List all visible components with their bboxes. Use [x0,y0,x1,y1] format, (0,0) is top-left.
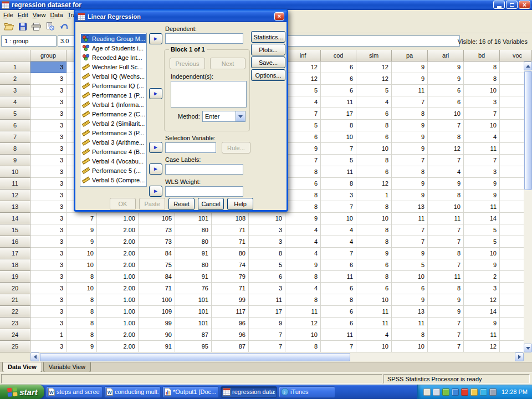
cell-sim[interactable]: 6 [356,108,392,120]
cell-voc[interactable] [500,318,524,329]
cell-bd[interactable]: 12 [464,294,500,306]
cell-piq[interactable]: 108 [212,213,249,224]
cell-inf[interactable]: 7 [285,108,321,120]
cell-age2[interactable]: 1.00 [97,294,139,306]
row-header[interactable]: 20 [0,283,30,294]
column-header-ari[interactable]: ari [428,50,464,62]
cell-sim[interactable]: 8 [356,271,392,283]
case-labels-field[interactable] [165,164,243,175]
cell-ari[interactable]: 7 [428,155,464,166]
cell-bd[interactable]: 10 [464,85,500,96]
cell-cod[interactable]: 4 [321,224,356,236]
cell-piq[interactable]: 87 [212,341,249,352]
cell-bd[interactable]: 3 [464,96,500,108]
cell-group[interactable]: 3 [30,248,66,259]
horizontal-scroll-thumb[interactable] [40,353,350,361]
variable-item[interactable]: Performance IQ (... [81,81,146,90]
cell-age[interactable]: 10 [66,259,97,271]
rule-button[interactable]: Rule... [222,142,250,154]
row-header[interactable]: 22 [0,306,30,318]
cell-pc[interactable]: 6 [249,271,285,283]
print-icon[interactable] [30,21,43,32]
cell-age[interactable]: 8 [66,329,97,341]
selection-arrow-button[interactable] [149,142,162,153]
dialog-close-button[interactable] [274,12,284,21]
cell-piq[interactable]: 79 [212,271,249,283]
scroll-up-button[interactable] [524,62,532,70]
cell-age2[interactable]: 2.00 [97,236,139,248]
dependent-field[interactable] [165,33,243,44]
cell-sim[interactable]: 9 [356,248,392,259]
row-header[interactable]: 6 [0,120,30,131]
cell-bd[interactable]: 7 [464,108,500,120]
cell-ari[interactable]: 8 [428,190,464,201]
cell-cod[interactable]: 6 [321,318,356,329]
cell-bd[interactable]: 4 [464,131,500,143]
cell-ari[interactable]: 8 [428,283,464,294]
cell-bd[interactable]: 9 [464,318,500,329]
cell-cod[interactable]: 7 [321,201,356,213]
cell-voc[interactable] [500,236,524,248]
cell-inf[interactable]: 4 [285,96,321,108]
cell-pa[interactable]: 9 [392,143,428,155]
cell-pa[interactable]: 11 [392,318,428,329]
cell-sim[interactable]: 6 [356,131,392,143]
row-header[interactable]: 11 [0,178,30,190]
cell-group[interactable]: 3 [30,166,66,178]
cell-ari[interactable]: 12 [428,143,464,155]
cell-viq[interactable]: 101 [175,294,212,306]
row-header[interactable]: 4 [0,96,30,108]
cell-inf[interactable]: 12 [285,73,321,85]
cell-voc[interactable] [500,190,524,201]
battery-tray-icon[interactable] [489,388,497,396]
cell-age2[interactable]: 1.00 [97,271,139,283]
cell-wfsiq[interactable]: 99 [139,318,175,329]
row-header[interactable]: 9 [0,155,30,166]
usb-tray-icon[interactable] [442,388,449,396]
wls-weight-field[interactable] [165,186,243,197]
selection-variable-field[interactable] [165,142,216,153]
taskbar-button[interactable]: ♪iTunes [279,386,335,398]
cell-age[interactable]: 10 [66,248,97,259]
variable-item[interactable]: Performance 1 (P... [81,90,146,100]
cell-piq[interactable]: 71 [212,224,249,236]
cell-inf[interactable]: 4 [285,248,321,259]
cell-bd[interactable]: 11 [464,201,500,213]
cell-sim[interactable]: 8 [356,236,392,248]
cell-sim[interactable]: 12 [356,178,392,190]
variable-item[interactable]: Recoded Age Int... [81,53,146,62]
cell-inf[interactable]: 8 [285,341,321,352]
variable-item[interactable]: Performance 4 (B... [81,147,146,156]
volume-tray-icon[interactable] [433,388,440,396]
cell-ari[interactable]: 7 [428,259,464,271]
cell-voc[interactable] [500,73,524,85]
cell-voc[interactable] [500,201,524,213]
cell-inf[interactable]: 7 [285,155,321,166]
cell-voc[interactable] [500,283,524,294]
cell-pa[interactable]: 9 [392,120,428,131]
cell-viq[interactable]: 91 [175,248,212,259]
cell-group[interactable]: 3 [30,236,66,248]
cell-cod[interactable]: 4 [321,236,356,248]
menu-file[interactable]: File [1,11,16,19]
column-header-bd[interactable]: bd [464,50,500,62]
wls-arrow-button[interactable] [149,186,162,197]
cell-wfsiq[interactable]: 75 [139,259,175,271]
cell-ari[interactable]: 11 [428,271,464,283]
cell-cod[interactable]: 11 [321,271,356,283]
cell-pa[interactable]: 13 [392,306,428,318]
cell-voc[interactable] [500,294,524,306]
cell-ari[interactable]: 7 [428,236,464,248]
cell-cod[interactable]: 8 [321,178,356,190]
cell-bd[interactable]: 5 [464,236,500,248]
cell-ari[interactable]: 4 [428,166,464,178]
ok-button[interactable]: OK [110,198,136,210]
cell-bd[interactable]: 10 [464,248,500,259]
cell-pc[interactable]: 3 [249,236,285,248]
cell-group[interactable]: 3 [30,283,66,294]
cell-age[interactable]: 9 [66,341,97,352]
cell-pa[interactable]: 6 [392,283,428,294]
cell-cod[interactable]: 11 [321,329,356,341]
cell-pa[interactable]: 13 [392,201,428,213]
cell-group[interactable]: 3 [30,190,66,201]
